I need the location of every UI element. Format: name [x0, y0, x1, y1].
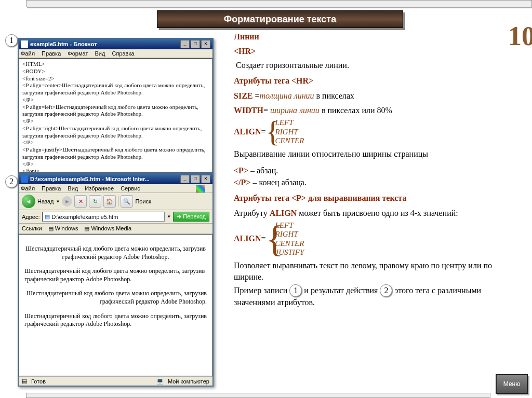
- link-text: Windows: [55, 225, 78, 231]
- align-desc: Выравнивание линии относительно ширины с…: [234, 148, 520, 160]
- menu-edit[interactable]: Правка: [42, 50, 61, 57]
- menu-format[interactable]: Формат: [68, 50, 88, 57]
- menu-view[interactable]: Вид: [95, 50, 105, 57]
- code-line: </P>: [22, 139, 209, 146]
- address-label: Адрес:: [22, 214, 40, 220]
- badge-1-inline: 1: [289, 284, 302, 297]
- menu-edit[interactable]: Правка: [42, 185, 61, 191]
- ie-nav-toolbar: ◄ Назад ▼ ► ✕ ↻ 🏠 🔍 Поиск: [19, 193, 212, 210]
- txt: Атрибуту: [234, 209, 270, 217]
- hr-tag: <HR>: [234, 46, 520, 57]
- p-close: </P>: [234, 178, 250, 187]
- page-icon: ▤: [45, 213, 50, 220]
- address-bar-row: Адрес: ▤ D:\example\example5.htm ▼ ➔ Пер…: [19, 210, 212, 224]
- forward-button[interactable]: ►: [62, 196, 72, 207]
- maximize-button[interactable]: □: [191, 175, 200, 183]
- maximize-button[interactable]: □: [191, 40, 200, 48]
- align-kw: ALIGN: [234, 126, 261, 138]
- status-zone: Мой компьютер: [168, 378, 209, 385]
- address-dropdown-icon[interactable]: ▼: [167, 214, 171, 219]
- width-kw: WIDTH: [234, 106, 263, 115]
- hr-attrs-heading: Атрибуты тега <HR>: [234, 75, 520, 87]
- p-open-desc: – абзац.: [248, 166, 278, 175]
- render-p-left: Шестнадцатеричный код любого цвета можно…: [24, 267, 207, 283]
- minimize-button[interactable]: _: [180, 40, 190, 48]
- code-line: <P align=left>Шестнадцатеричный код любо…: [22, 104, 209, 118]
- menu-file[interactable]: Файл: [21, 185, 35, 191]
- attr-sentence: Атрибуту ALIGN может быть присвоено одно…: [234, 208, 520, 219]
- ie-window: D:\example\example5.htm - Microsoft Inte…: [18, 173, 214, 387]
- tail1: Позволяет выравнивать текст по левому, п…: [234, 260, 520, 283]
- status-text: Готов: [31, 378, 46, 385]
- txt: Пример записи: [234, 286, 289, 295]
- p-close-row: </P> – конец абзаца.: [234, 177, 520, 188]
- close-button[interactable]: ×: [201, 40, 210, 48]
- refresh-button[interactable]: ↻: [89, 195, 101, 208]
- eq: =: [261, 126, 265, 138]
- dropdown-icon[interactable]: ▼: [56, 199, 60, 204]
- ie-links-bar: Ссылки ▤ Windows ▤ Windows Media: [19, 224, 212, 234]
- ie-titlebar: D:\example\example5.htm - Microsoft Inte…: [19, 174, 212, 184]
- link-windows-media[interactable]: ▤ Windows Media: [84, 225, 131, 232]
- link-windows[interactable]: ▤ Windows: [48, 225, 78, 232]
- ie-statusbar: ▤ Готов 💻 Мой компьютер: [19, 376, 212, 386]
- size-tail: в пикселах: [314, 91, 355, 100]
- render-p-center: Шестнадцатеричный код любого цвета можно…: [24, 245, 207, 261]
- code-line: <font size=2>: [22, 75, 209, 83]
- address-value: D:\example\example5.htm: [52, 214, 118, 220]
- link-text: Windows Media: [91, 225, 131, 231]
- p-close-desc: – конец абзаца.: [250, 178, 307, 187]
- brace-icon: {: [265, 118, 273, 145]
- tail2: Пример записи 1 и результат действия 2 э…: [234, 284, 520, 308]
- ie-menubar: Файл Правка Вид Избранное Сервис: [19, 184, 212, 193]
- txt: может быть присвоено одно из 4-х значени…: [297, 209, 458, 217]
- stop-button[interactable]: ✕: [74, 195, 87, 208]
- notepad-window: example5.htm - Блокнот _ □ × Файл Правка…: [18, 38, 214, 173]
- badge-1-left: 1: [5, 34, 18, 47]
- menu-help[interactable]: Справка: [112, 50, 134, 57]
- hr-desc: Создает горизонтальные линии.: [236, 60, 520, 71]
- menu-file[interactable]: Файл: [21, 50, 35, 57]
- size-kw: SIZE: [234, 91, 252, 100]
- code-line: <P align=right>Шестнадцатеричный код люб…: [22, 125, 209, 140]
- render-p-justify: Шестнадцатеричный код любого цвета можно…: [24, 312, 207, 328]
- code-line: <BODY>: [22, 68, 209, 75]
- menu-button[interactable]: Меню: [496, 374, 528, 394]
- top-decor-bar: [26, 0, 532, 7]
- bottom-decor-bar: [26, 393, 490, 398]
- go-button[interactable]: ➔ Переход: [173, 212, 209, 222]
- go-label: Переход: [183, 213, 206, 219]
- code-line: <HTML>: [22, 61, 209, 68]
- align-kw: ALIGN: [234, 233, 261, 244]
- badge-2-inline: 2: [380, 284, 392, 297]
- ie-viewport: Шестнадцатеричный код любого цвета можно…: [19, 234, 212, 376]
- menu-tools[interactable]: Сервис: [121, 185, 140, 191]
- links-label: Ссылки: [22, 225, 42, 232]
- menu-view[interactable]: Вид: [68, 185, 78, 191]
- minimize-button[interactable]: _: [180, 175, 190, 183]
- code-line: </P>: [22, 97, 209, 104]
- windows-flag-icon: [196, 185, 205, 193]
- close-button[interactable]: ×: [201, 175, 210, 183]
- eq: =: [263, 106, 270, 115]
- notepad-titlebar: example5.htm - Блокнот _ □ ×: [19, 39, 212, 49]
- width-row: WIDTH= ширина линии в пикселах или 80%: [234, 105, 520, 116]
- doc-content: Линии <HR> Создает горизонтальные линии.…: [234, 31, 520, 308]
- menu-fav[interactable]: Избранное: [85, 185, 114, 191]
- search-button[interactable]: 🔍: [121, 195, 133, 208]
- home-button[interactable]: 🏠: [103, 195, 116, 208]
- eq: =: [261, 233, 265, 244]
- notepad-text-area[interactable]: <HTML> <BODY> <font size=2> <P align=cen…: [19, 58, 212, 172]
- width-desc: ширина линии: [270, 106, 320, 115]
- notepad-menubar: Файл Правка Формат Вид Справка: [19, 49, 212, 58]
- p-open-row: <P> – абзац.: [234, 165, 520, 176]
- notepad-icon: [21, 40, 28, 48]
- address-input[interactable]: ▤ D:\example\example5.htm: [42, 212, 165, 222]
- code-line: <P align=center>Шестнадцатеричный код лю…: [22, 82, 209, 97]
- size-row: SIZE =толщина линии в пикселах: [234, 90, 520, 102]
- back-button[interactable]: ◄: [22, 195, 35, 208]
- search-label: Поиск: [135, 198, 151, 204]
- code-line: </font>: [22, 168, 209, 172]
- txt: и результат действия: [304, 286, 380, 295]
- badge-2-left: 2: [5, 175, 18, 188]
